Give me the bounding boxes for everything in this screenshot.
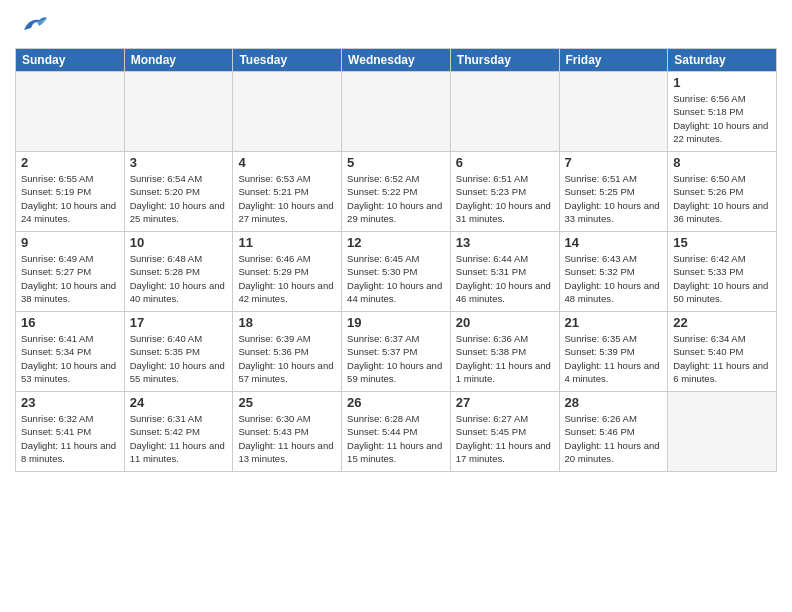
- day-number: 28: [565, 395, 663, 410]
- day-number: 21: [565, 315, 663, 330]
- calendar-cell: 10Sunrise: 6:48 AM Sunset: 5:28 PM Dayli…: [124, 232, 233, 312]
- logo: [15, 10, 49, 40]
- calendar-cell: 8Sunrise: 6:50 AM Sunset: 5:26 PM Daylig…: [668, 152, 777, 232]
- weekday-header-friday: Friday: [559, 49, 668, 72]
- calendar-cell: 16Sunrise: 6:41 AM Sunset: 5:34 PM Dayli…: [16, 312, 125, 392]
- day-number: 7: [565, 155, 663, 170]
- day-number: 24: [130, 395, 228, 410]
- day-number: 1: [673, 75, 771, 90]
- calendar-week-2: 9Sunrise: 6:49 AM Sunset: 5:27 PM Daylig…: [16, 232, 777, 312]
- day-number: 23: [21, 395, 119, 410]
- day-number: 14: [565, 235, 663, 250]
- calendar-week-0: 1Sunrise: 6:56 AM Sunset: 5:18 PM Daylig…: [16, 72, 777, 152]
- day-number: 12: [347, 235, 445, 250]
- weekday-header-wednesday: Wednesday: [342, 49, 451, 72]
- calendar-cell: 14Sunrise: 6:43 AM Sunset: 5:32 PM Dayli…: [559, 232, 668, 312]
- day-info: Sunrise: 6:46 AM Sunset: 5:29 PM Dayligh…: [238, 252, 336, 305]
- calendar-cell: 24Sunrise: 6:31 AM Sunset: 5:42 PM Dayli…: [124, 392, 233, 472]
- day-number: 4: [238, 155, 336, 170]
- day-info: Sunrise: 6:51 AM Sunset: 5:23 PM Dayligh…: [456, 172, 554, 225]
- day-number: 22: [673, 315, 771, 330]
- day-info: Sunrise: 6:40 AM Sunset: 5:35 PM Dayligh…: [130, 332, 228, 385]
- day-number: 27: [456, 395, 554, 410]
- day-info: Sunrise: 6:36 AM Sunset: 5:38 PM Dayligh…: [456, 332, 554, 385]
- calendar-cell: 7Sunrise: 6:51 AM Sunset: 5:25 PM Daylig…: [559, 152, 668, 232]
- calendar-cell: 5Sunrise: 6:52 AM Sunset: 5:22 PM Daylig…: [342, 152, 451, 232]
- day-info: Sunrise: 6:54 AM Sunset: 5:20 PM Dayligh…: [130, 172, 228, 225]
- day-info: Sunrise: 6:41 AM Sunset: 5:34 PM Dayligh…: [21, 332, 119, 385]
- day-info: Sunrise: 6:45 AM Sunset: 5:30 PM Dayligh…: [347, 252, 445, 305]
- day-info: Sunrise: 6:30 AM Sunset: 5:43 PM Dayligh…: [238, 412, 336, 465]
- calendar-cell: [450, 72, 559, 152]
- calendar-cell: 23Sunrise: 6:32 AM Sunset: 5:41 PM Dayli…: [16, 392, 125, 472]
- calendar-cell: 22Sunrise: 6:34 AM Sunset: 5:40 PM Dayli…: [668, 312, 777, 392]
- calendar-cell: 26Sunrise: 6:28 AM Sunset: 5:44 PM Dayli…: [342, 392, 451, 472]
- calendar-cell: [559, 72, 668, 152]
- day-number: 20: [456, 315, 554, 330]
- day-info: Sunrise: 6:55 AM Sunset: 5:19 PM Dayligh…: [21, 172, 119, 225]
- day-info: Sunrise: 6:28 AM Sunset: 5:44 PM Dayligh…: [347, 412, 445, 465]
- page: SundayMondayTuesdayWednesdayThursdayFrid…: [0, 0, 792, 612]
- calendar-week-3: 16Sunrise: 6:41 AM Sunset: 5:34 PM Dayli…: [16, 312, 777, 392]
- calendar-cell: [342, 72, 451, 152]
- day-number: 18: [238, 315, 336, 330]
- day-info: Sunrise: 6:34 AM Sunset: 5:40 PM Dayligh…: [673, 332, 771, 385]
- calendar-cell: 25Sunrise: 6:30 AM Sunset: 5:43 PM Dayli…: [233, 392, 342, 472]
- calendar-cell: 21Sunrise: 6:35 AM Sunset: 5:39 PM Dayli…: [559, 312, 668, 392]
- day-number: 13: [456, 235, 554, 250]
- calendar-cell: [16, 72, 125, 152]
- day-info: Sunrise: 6:48 AM Sunset: 5:28 PM Dayligh…: [130, 252, 228, 305]
- calendar-cell: 18Sunrise: 6:39 AM Sunset: 5:36 PM Dayli…: [233, 312, 342, 392]
- calendar-cell: [233, 72, 342, 152]
- calendar-cell: 12Sunrise: 6:45 AM Sunset: 5:30 PM Dayli…: [342, 232, 451, 312]
- calendar-week-4: 23Sunrise: 6:32 AM Sunset: 5:41 PM Dayli…: [16, 392, 777, 472]
- day-number: 15: [673, 235, 771, 250]
- day-number: 19: [347, 315, 445, 330]
- calendar-cell: 3Sunrise: 6:54 AM Sunset: 5:20 PM Daylig…: [124, 152, 233, 232]
- calendar-cell: 13Sunrise: 6:44 AM Sunset: 5:31 PM Dayli…: [450, 232, 559, 312]
- day-number: 25: [238, 395, 336, 410]
- day-number: 17: [130, 315, 228, 330]
- day-number: 16: [21, 315, 119, 330]
- day-info: Sunrise: 6:53 AM Sunset: 5:21 PM Dayligh…: [238, 172, 336, 225]
- day-number: 9: [21, 235, 119, 250]
- day-info: Sunrise: 6:35 AM Sunset: 5:39 PM Dayligh…: [565, 332, 663, 385]
- day-info: Sunrise: 6:43 AM Sunset: 5:32 PM Dayligh…: [565, 252, 663, 305]
- weekday-header-row: SundayMondayTuesdayWednesdayThursdayFrid…: [16, 49, 777, 72]
- calendar-cell: 4Sunrise: 6:53 AM Sunset: 5:21 PM Daylig…: [233, 152, 342, 232]
- day-info: Sunrise: 6:31 AM Sunset: 5:42 PM Dayligh…: [130, 412, 228, 465]
- calendar-cell: 2Sunrise: 6:55 AM Sunset: 5:19 PM Daylig…: [16, 152, 125, 232]
- calendar-cell: [124, 72, 233, 152]
- logo-bird-icon: [19, 10, 49, 40]
- day-info: Sunrise: 6:37 AM Sunset: 5:37 PM Dayligh…: [347, 332, 445, 385]
- weekday-header-tuesday: Tuesday: [233, 49, 342, 72]
- day-number: 5: [347, 155, 445, 170]
- day-info: Sunrise: 6:49 AM Sunset: 5:27 PM Dayligh…: [21, 252, 119, 305]
- day-info: Sunrise: 6:52 AM Sunset: 5:22 PM Dayligh…: [347, 172, 445, 225]
- calendar-table: SundayMondayTuesdayWednesdayThursdayFrid…: [15, 48, 777, 472]
- day-number: 10: [130, 235, 228, 250]
- calendar-cell: [668, 392, 777, 472]
- day-number: 2: [21, 155, 119, 170]
- calendar-cell: 19Sunrise: 6:37 AM Sunset: 5:37 PM Dayli…: [342, 312, 451, 392]
- calendar-cell: 27Sunrise: 6:27 AM Sunset: 5:45 PM Dayli…: [450, 392, 559, 472]
- weekday-header-monday: Monday: [124, 49, 233, 72]
- weekday-header-sunday: Sunday: [16, 49, 125, 72]
- calendar-cell: 11Sunrise: 6:46 AM Sunset: 5:29 PM Dayli…: [233, 232, 342, 312]
- calendar-cell: 15Sunrise: 6:42 AM Sunset: 5:33 PM Dayli…: [668, 232, 777, 312]
- day-info: Sunrise: 6:32 AM Sunset: 5:41 PM Dayligh…: [21, 412, 119, 465]
- day-info: Sunrise: 6:42 AM Sunset: 5:33 PM Dayligh…: [673, 252, 771, 305]
- calendar-cell: 9Sunrise: 6:49 AM Sunset: 5:27 PM Daylig…: [16, 232, 125, 312]
- day-info: Sunrise: 6:27 AM Sunset: 5:45 PM Dayligh…: [456, 412, 554, 465]
- day-info: Sunrise: 6:56 AM Sunset: 5:18 PM Dayligh…: [673, 92, 771, 145]
- calendar-cell: 17Sunrise: 6:40 AM Sunset: 5:35 PM Dayli…: [124, 312, 233, 392]
- day-info: Sunrise: 6:51 AM Sunset: 5:25 PM Dayligh…: [565, 172, 663, 225]
- weekday-header-saturday: Saturday: [668, 49, 777, 72]
- day-number: 11: [238, 235, 336, 250]
- calendar-cell: 28Sunrise: 6:26 AM Sunset: 5:46 PM Dayli…: [559, 392, 668, 472]
- day-number: 3: [130, 155, 228, 170]
- calendar-cell: 6Sunrise: 6:51 AM Sunset: 5:23 PM Daylig…: [450, 152, 559, 232]
- weekday-header-thursday: Thursday: [450, 49, 559, 72]
- day-info: Sunrise: 6:50 AM Sunset: 5:26 PM Dayligh…: [673, 172, 771, 225]
- calendar-week-1: 2Sunrise: 6:55 AM Sunset: 5:19 PM Daylig…: [16, 152, 777, 232]
